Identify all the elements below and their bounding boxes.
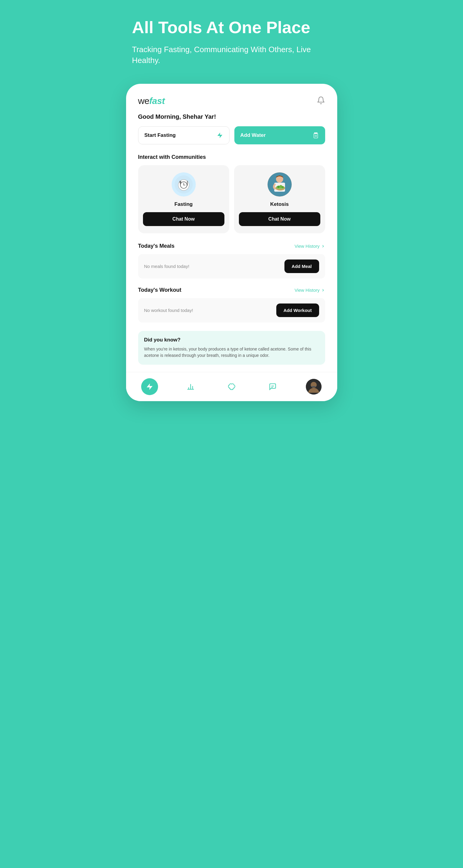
did-you-know-section: Did you know? When you're in ketosis, yo… [138,331,325,365]
add-water-button[interactable]: Add Water [234,126,325,144]
phone-card: wefast Good Morning, Shehar Yar! Start F… [126,84,337,401]
bar-chart-icon [187,383,195,391]
workout-view-history-link[interactable]: View History [294,287,325,293]
fasting-community-card: Fasting Chat Now [138,165,229,233]
svg-marker-0 [217,133,222,138]
avatar-illustration [306,379,321,395]
communities-label: Interact with Communities [138,154,325,160]
meals-section-header: Today's Meals View History [138,243,325,249]
fasting-icon [172,173,196,196]
hero-subtitle: Tracking Fasting, Communicating With Oth… [132,44,331,66]
workout-section: Today's Workout View History No workout … [138,287,325,322]
start-fasting-button[interactable]: Start Fasting [138,126,230,144]
fasting-chat-now-button[interactable]: Chat Now [143,212,224,226]
workout-section-header: Today's Workout View History [138,287,325,293]
workout-section-title: Today's Workout [138,287,181,293]
chevron-right-icon [321,244,325,248]
fasting-illustration [174,175,193,194]
meals-section-title: Today's Meals [138,243,175,249]
meals-empty-row: No meals found today! Add Meal [138,254,325,278]
svg-marker-21 [147,384,153,390]
greeting-text: Good Morning, Shehar Yar! [138,113,325,120]
community-cards-container: Fasting Chat Now [138,165,325,233]
svg-rect-1 [314,133,317,134]
hero-section: All Tools At One Place Tracking Fasting,… [126,18,337,84]
app-header: wefast [138,96,325,106]
profile-avatar [306,379,321,395]
workout-empty-row: No workout found today! Add Workout [138,298,325,322]
meals-view-history-link[interactable]: View History [294,244,325,249]
chevron-right-icon-2 [321,288,325,292]
brain-icon [228,383,236,391]
fasting-community-name: Fasting [174,201,193,207]
add-workout-button[interactable]: Add Workout [276,304,319,317]
chat-nav-item[interactable] [264,378,281,395]
action-buttons-row: Start Fasting Add Water [138,126,325,144]
dyk-text: When you're in ketosis, your body produc… [144,346,319,359]
water-bottle-icon [313,132,319,138]
ketosis-community-name: Ketosis [270,201,289,207]
lightning-icon [216,132,223,138]
lightning-nav-icon [146,383,153,391]
home-nav-item[interactable] [141,378,158,395]
svg-point-18 [277,186,280,188]
hero-title: All Tools At One Place [132,18,331,37]
svg-point-20 [282,186,284,188]
ketosis-illustration [267,173,292,196]
dyk-title: Did you know? [144,337,319,343]
chat-icon [269,383,277,391]
app-logo: wefast [138,96,165,106]
meals-empty-text: No meals found today! [144,264,190,269]
stats-nav-item[interactable] [182,378,199,395]
bottom-navigation [126,372,337,401]
notification-bell-icon[interactable] [317,96,325,106]
meals-section: Today's Meals View History No meals foun… [138,243,325,278]
profile-nav-item[interactable] [305,378,322,395]
ketosis-community-card: Ketosis Chat Now [234,165,325,233]
add-meal-button[interactable]: Add Meal [284,259,319,273]
brain-nav-item[interactable] [223,378,240,395]
ketosis-icon [267,173,292,196]
ketosis-chat-now-button[interactable]: Chat Now [239,212,320,226]
svg-point-11 [183,185,184,185]
workout-empty-text: No workout found today! [144,308,193,313]
